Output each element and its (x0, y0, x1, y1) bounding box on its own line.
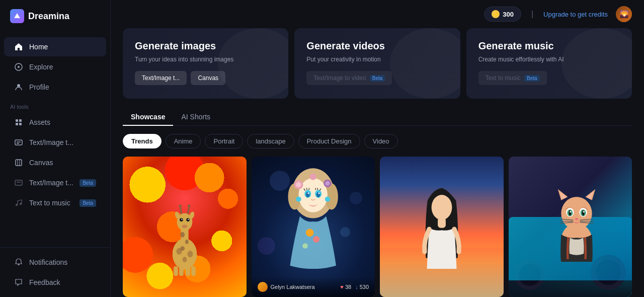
svg-point-24 (185, 240, 189, 244)
hero-images-title: Generate images (135, 40, 276, 52)
tabs-row: Showcase AI Shorts (123, 109, 632, 126)
woman-illustration (408, 178, 475, 269)
sidebar-bottom: Notifications Feedback (0, 247, 110, 297)
sidebar-item-text-image-beta[interactable]: Text/Image t... Beta (4, 173, 106, 192)
sidebar: Dreamina Home Explore (0, 0, 111, 297)
ai-tools-label: AI tools (0, 98, 110, 112)
svg-point-60 (318, 192, 319, 194)
text-music-button[interactable]: Text to music Beta (478, 71, 547, 85)
hero-music-subtitle: Create music effortlessly with AI (478, 56, 620, 63)
svg-rect-5 (16, 119, 18, 122)
nav-label-text-music: Text to music (29, 199, 70, 207)
logo-text: Dreamina (28, 11, 69, 22)
credits-badge[interactable]: ⚡ 300 (484, 7, 521, 22)
sidebar-item-explore[interactable]: Explore (4, 57, 106, 77)
likes-stat: ♥ 38 (340, 284, 351, 290)
svg-rect-39 (186, 266, 190, 276)
svg-point-69 (302, 243, 307, 248)
svg-rect-6 (19, 119, 22, 122)
princess-illustration (264, 164, 362, 269)
sidebar-item-text-music[interactable]: Text to music Beta (4, 193, 106, 212)
music-beta-badge2: Beta (524, 75, 540, 82)
logo[interactable]: Dreamina (0, 0, 110, 32)
svg-point-67 (306, 229, 314, 237)
svg-point-74 (561, 197, 592, 230)
credits-icon: ⚡ (492, 10, 500, 18)
svg-point-49 (296, 182, 301, 187)
user-avatar[interactable]: 🌄 (616, 6, 632, 22)
hero-card-videos: Generate videos Put your creativity in m… (294, 28, 460, 99)
home-icon (14, 42, 23, 51)
nav-label-home: Home (29, 43, 48, 51)
hero-music-title: Generate music (478, 40, 620, 52)
profile-icon (14, 83, 23, 92)
sidebar-item-feedback[interactable]: Feedback (4, 273, 106, 292)
svg-point-4 (17, 84, 20, 87)
canvas-icon (14, 158, 23, 167)
image-stats: ♥ 38 ↓ 530 (340, 284, 369, 290)
filter-video[interactable]: Video (364, 134, 398, 148)
filter-row: Trends Anime Portrait landscape Product … (123, 134, 632, 148)
video-beta-badge: Beta (370, 75, 385, 82)
image-card-princess[interactable]: Gelyn Lakwatsera ♥ 38 ↓ 530 (252, 157, 375, 297)
text-video-button[interactable]: Text/Image to video Beta (306, 71, 392, 85)
filter-trends[interactable]: Trends (123, 134, 162, 148)
svg-point-58 (316, 192, 320, 197)
hero-videos-buttons: Text/Image to video Beta (306, 71, 448, 85)
nav-label-explore: Explore (29, 63, 53, 71)
tab-showcase[interactable]: Showcase (123, 109, 173, 126)
sidebar-item-text-image[interactable]: Text/Image t... (4, 133, 106, 152)
svg-point-83 (569, 210, 571, 215)
credits-count: 300 (503, 11, 514, 18)
svg-point-30 (182, 225, 187, 228)
hero-videos-title: Generate videos (306, 40, 448, 52)
image-card-catcar[interactable] (509, 157, 632, 297)
hero-card-images: Generate images Turn your ideas into stu… (123, 28, 288, 99)
assets-icon (14, 118, 23, 127)
svg-rect-12 (16, 160, 22, 166)
logo-icon (10, 9, 24, 23)
canvas-tool-button[interactable]: Canvas (191, 71, 225, 85)
sidebar-item-canvas[interactable]: Canvas (4, 153, 106, 172)
image-grid: Gelyn Lakwatsera ♥ 38 ↓ 530 (123, 157, 632, 297)
filter-landscape[interactable]: landscape (247, 134, 294, 148)
text-image-tool-button[interactable]: Text/Image t... (135, 71, 187, 85)
svg-point-3 (18, 66, 20, 68)
sidebar-item-assets[interactable]: Assets (4, 113, 106, 132)
svg-point-29 (188, 218, 189, 219)
nav-label-text-image: Text/Image t... (29, 138, 73, 146)
image-card-giraffe[interactable] (123, 157, 247, 297)
svg-point-42 (187, 251, 193, 257)
beta-badge-music: Beta (79, 199, 96, 207)
svg-point-28 (181, 218, 182, 219)
giraffe-illustration (144, 199, 225, 276)
princess-overlay: Gelyn Lakwatsera ♥ 38 ↓ 530 (252, 277, 375, 297)
download-icon: ↓ (355, 284, 358, 290)
svg-rect-9 (15, 140, 22, 145)
svg-point-53 (296, 196, 301, 201)
hero-music-buttons: Text to music Beta (478, 71, 620, 85)
text-music-label: Text to music (486, 75, 521, 82)
image-card-woman[interactable] (380, 157, 504, 297)
filter-anime[interactable]: Anime (166, 134, 201, 148)
svg-point-18 (20, 203, 22, 205)
tab-ai-shorts[interactable]: AI Shorts (173, 109, 218, 126)
filter-portrait[interactable]: Portrait (205, 134, 243, 148)
svg-point-43 (182, 257, 187, 262)
svg-point-41 (176, 248, 182, 254)
nav-label-profile: Profile (29, 83, 49, 91)
svg-rect-38 (179, 266, 184, 276)
svg-point-26 (180, 218, 183, 221)
nav-label-assets: Assets (29, 118, 50, 126)
filter-product-design[interactable]: Product Design (298, 134, 360, 148)
sidebar-item-home[interactable]: Home (4, 37, 106, 56)
sidebar-item-profile[interactable]: Profile (4, 78, 106, 97)
explore-icon (14, 62, 23, 71)
svg-rect-7 (16, 123, 18, 125)
sidebar-item-notifications[interactable]: Notifications (4, 253, 106, 272)
svg-point-27 (186, 218, 190, 221)
music-icon (14, 198, 23, 207)
svg-rect-40 (191, 266, 196, 276)
svg-point-85 (570, 211, 571, 212)
upgrade-link[interactable]: Upgrade to get credits (543, 11, 608, 18)
